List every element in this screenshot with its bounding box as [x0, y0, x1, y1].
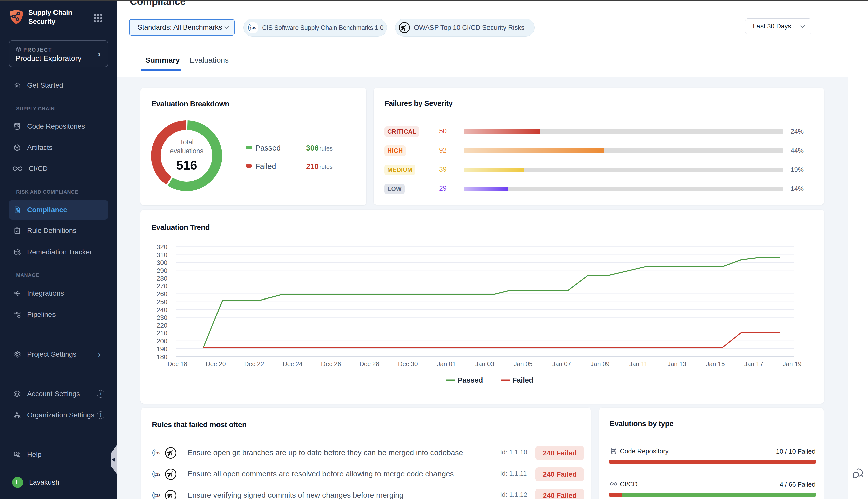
svg-text:CIS: CIS: [154, 494, 161, 498]
svg-text:320: 320: [157, 243, 167, 251]
svg-text:Dec 26: Dec 26: [321, 360, 341, 367]
svg-text:190: 190: [157, 345, 167, 353]
svg-text:200: 200: [157, 338, 167, 345]
svg-text:310: 310: [157, 251, 167, 258]
svg-text:300: 300: [157, 259, 167, 266]
svg-text:Jan 17: Jan 17: [744, 360, 763, 367]
svg-text:Jan 11: Jan 11: [629, 360, 647, 367]
svg-text:270: 270: [157, 283, 167, 290]
svg-text:210: 210: [157, 330, 167, 337]
svg-text:Dec 28: Dec 28: [359, 360, 379, 367]
svg-text:220: 220: [157, 322, 167, 329]
svg-text:180: 180: [157, 353, 167, 360]
svg-text:290: 290: [157, 267, 167, 274]
svg-text:CIS: CIS: [154, 451, 161, 455]
svg-text:230: 230: [157, 314, 167, 321]
svg-text:Jan 07: Jan 07: [552, 360, 571, 367]
svg-text:Failed: Failed: [512, 376, 533, 384]
svg-text:CIS: CIS: [250, 26, 256, 30]
svg-text:Jan 05: Jan 05: [513, 360, 532, 367]
svg-text:280: 280: [157, 275, 167, 282]
svg-text:240: 240: [157, 306, 167, 313]
svg-text:260: 260: [157, 291, 167, 297]
svg-text:Dec 30: Dec 30: [398, 360, 418, 367]
svg-text:250: 250: [157, 298, 167, 305]
svg-text:CIS: CIS: [154, 473, 161, 476]
svg-text:Passed: Passed: [458, 376, 483, 384]
svg-text:Dec 22: Dec 22: [244, 360, 264, 367]
svg-text:Jan 15: Jan 15: [706, 360, 724, 367]
svg-text:Jan 19: Jan 19: [783, 360, 802, 367]
svg-text:Jan 01: Jan 01: [437, 360, 456, 367]
svg-text:Jan 03: Jan 03: [475, 360, 494, 367]
svg-text:Jan 13: Jan 13: [667, 360, 686, 367]
svg-text:Dec 24: Dec 24: [283, 360, 302, 367]
svg-text:Dec 20: Dec 20: [206, 360, 225, 367]
svg-text:Dec 18: Dec 18: [167, 360, 187, 367]
svg-text:Jan 09: Jan 09: [591, 360, 609, 367]
